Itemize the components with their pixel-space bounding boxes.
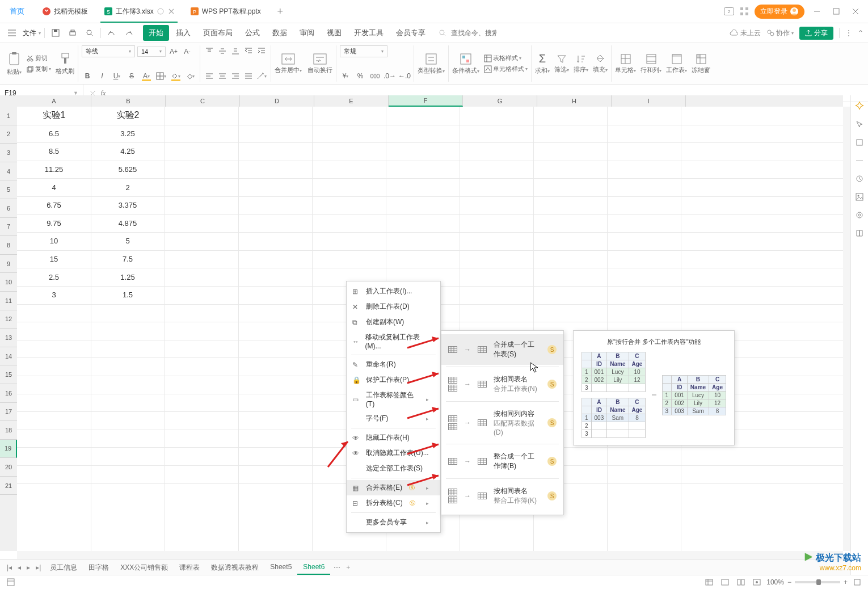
- apps-icon[interactable]: [740, 7, 749, 16]
- indent-left-icon[interactable]: [243, 45, 254, 57]
- svg-rect-41: [647, 54, 656, 64]
- menu-icon[interactable]: [5, 26, 19, 40]
- close-icon[interactable]: [168, 9, 174, 14]
- titlebar: 首页 找稻壳模板 S 工作簿3.xlsx P WPS PPT教程.pptx + …: [0, 0, 868, 23]
- filter-button[interactable]: 筛选▾: [554, 54, 569, 74]
- italic-button[interactable]: I: [96, 70, 108, 82]
- menu-tab-insert[interactable]: 插入: [170, 25, 196, 41]
- collab-button[interactable]: 协作▾: [766, 28, 794, 38]
- indent-right-icon[interactable]: [256, 45, 267, 57]
- sheet-button[interactable]: 工作表▾: [666, 53, 687, 74]
- ai-icon[interactable]: [855, 101, 864, 102]
- align-center-icon[interactable]: [217, 70, 228, 82]
- cloud-button[interactable]: 未上云: [730, 28, 761, 38]
- redo-icon[interactable]: [121, 26, 136, 40]
- col-header-I[interactable]: I: [612, 95, 686, 102]
- tab-workbook[interactable]: S 工作簿3.xlsx: [96, 0, 182, 23]
- menu-tab-review[interactable]: 审阅: [294, 25, 320, 41]
- col-header-E[interactable]: E: [314, 95, 389, 102]
- font-size-select[interactable]: 14▾: [137, 47, 166, 57]
- home-tab[interactable]: 首页: [0, 0, 34, 23]
- menu-tab-formula[interactable]: 公式: [239, 25, 266, 41]
- fill-color-button[interactable]: ▾: [170, 70, 182, 82]
- collapse-ribbon-icon[interactable]: ⌃: [858, 29, 863, 37]
- minimize-button[interactable]: [810, 5, 824, 18]
- save-icon[interactable]: [48, 26, 63, 40]
- col-header-G[interactable]: G: [463, 95, 537, 102]
- svg-rect-11: [745, 12, 748, 15]
- type-convert-button[interactable]: 类型转换▾: [418, 45, 445, 82]
- rowcol-button[interactable]: 行和列▾: [641, 53, 661, 74]
- align-right-icon[interactable]: [230, 70, 241, 82]
- select-all-corner[interactable]: [0, 95, 18, 102]
- menu-tab-data[interactable]: 数据: [267, 25, 293, 41]
- strike-button[interactable]: S: [126, 70, 137, 82]
- card-icon[interactable]: 2: [724, 7, 734, 15]
- border-button[interactable]: ▾: [155, 70, 167, 82]
- freeze-button[interactable]: 冻结窗: [692, 53, 710, 74]
- copy-button[interactable]: 复制▾: [26, 65, 51, 73]
- decrease-font-icon[interactable]: A-: [182, 46, 193, 57]
- maximize-button[interactable]: [829, 5, 843, 18]
- undo-icon[interactable]: [104, 26, 119, 40]
- sum-button[interactable]: Σ求和▾: [535, 52, 550, 75]
- align-middle-icon[interactable]: [217, 45, 228, 57]
- menu-tab-view[interactable]: 视图: [321, 25, 347, 41]
- svg-point-3: [158, 9, 163, 14]
- menu-tab-dev[interactable]: 开发工具: [348, 25, 389, 41]
- format-brush-button[interactable]: 格式刷: [56, 52, 74, 75]
- font-name-select[interactable]: 等线▾: [82, 45, 135, 57]
- bold-button[interactable]: B: [82, 70, 93, 82]
- share-button[interactable]: 分享: [799, 27, 833, 40]
- more-icon[interactable]: ⋮: [845, 29, 852, 37]
- justify-icon[interactable]: [243, 70, 254, 82]
- sort-button[interactable]: 排序▾: [574, 54, 588, 74]
- col-header-F[interactable]: F: [389, 95, 463, 102]
- col-header-H[interactable]: H: [537, 95, 612, 102]
- svg-rect-37: [466, 60, 469, 62]
- search-input[interactable]: [450, 28, 498, 37]
- increase-font-icon[interactable]: A+: [168, 46, 179, 57]
- cut-button[interactable]: 剪切: [26, 54, 51, 62]
- align-top-icon[interactable]: [204, 45, 215, 57]
- search-icon: [439, 30, 446, 37]
- menu-tab-start[interactable]: 开始: [143, 25, 169, 41]
- table-style-button[interactable]: 表格样式▾: [484, 54, 528, 62]
- cell-style-button[interactable]: 单元格样式▾: [484, 65, 528, 73]
- close-button[interactable]: [849, 5, 862, 18]
- merge-center-button[interactable]: 合并居中▾: [275, 53, 302, 74]
- align-bottom-icon[interactable]: [230, 45, 241, 57]
- menu-tab-layout[interactable]: 页面布局: [197, 25, 238, 41]
- cond-format-button[interactable]: 条件格式▾: [452, 53, 479, 75]
- currency-icon[interactable]: ¥▾: [340, 70, 351, 82]
- percent-icon[interactable]: %: [355, 70, 366, 82]
- orientation-icon[interactable]: ▾: [256, 70, 267, 82]
- inc-decimal-icon[interactable]: .0→: [384, 70, 395, 82]
- wrap-text-button[interactable]: 自动换行: [307, 53, 332, 74]
- print-icon[interactable]: [65, 26, 80, 40]
- login-button[interactable]: 立即登录: [755, 5, 804, 19]
- file-menu[interactable]: 文件: [23, 28, 36, 38]
- align-left-icon[interactable]: [204, 70, 215, 82]
- dec-decimal-icon[interactable]: ←.0: [399, 70, 410, 82]
- comma-icon[interactable]: 000: [369, 70, 381, 82]
- underline-button[interactable]: U▾: [111, 70, 123, 82]
- new-tab-button[interactable]: +: [269, 0, 292, 23]
- tab-ppt[interactable]: P WPS PPT教程.pptx: [182, 0, 269, 23]
- col-header-A[interactable]: A: [17, 95, 91, 102]
- paste-button[interactable]: 粘贴▾: [7, 52, 22, 76]
- preview-icon[interactable]: [82, 26, 97, 40]
- tab-docer[interactable]: 找稻壳模板: [34, 0, 96, 23]
- svg-rect-39: [484, 66, 491, 73]
- svg-text:2: 2: [728, 9, 731, 14]
- number-format-select[interactable]: 常规▾: [340, 45, 387, 57]
- search-box[interactable]: [439, 28, 498, 37]
- col-header-D[interactable]: D: [240, 95, 314, 102]
- menu-tab-vip[interactable]: 会员专享: [390, 25, 431, 41]
- cell-button[interactable]: 单元格▾: [615, 53, 636, 74]
- clear-format-button[interactable]: ◇▾: [185, 70, 196, 82]
- fill-button[interactable]: 填充▾: [593, 54, 608, 74]
- col-header-B[interactable]: B: [91, 95, 166, 102]
- font-color-button[interactable]: A▾: [141, 70, 152, 82]
- col-header-C[interactable]: C: [166, 95, 240, 102]
